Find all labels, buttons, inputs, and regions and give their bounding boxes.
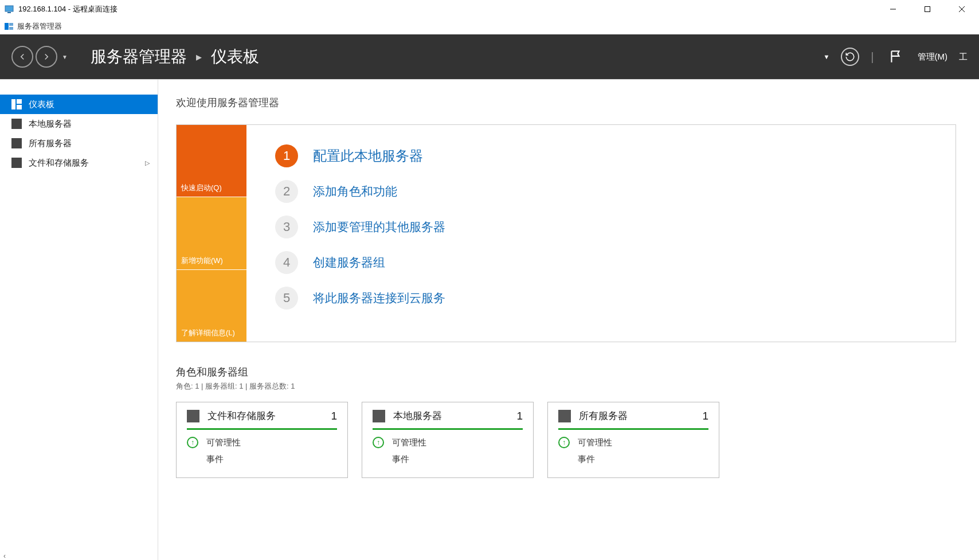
tile-local-server[interactable]: 本地服务器 1 可管理性 事件 bbox=[362, 402, 534, 478]
svg-rect-7 bbox=[9, 23, 13, 26]
body: 仪表板 本地服务器 所有服务器 文件和存储服务 ▷ 欢迎使用服务器管理器 快速启… bbox=[0, 79, 979, 560]
tile-row-label: 可管理性 bbox=[578, 437, 612, 448]
step-number: 4 bbox=[275, 251, 298, 274]
tile-row-label: 事件 bbox=[392, 454, 409, 465]
tile-row-label: 事件 bbox=[578, 454, 595, 465]
menu-manage[interactable]: 管理(M) bbox=[918, 52, 948, 62]
dashboard-icon bbox=[11, 99, 22, 109]
tile-row-manageability[interactable]: 可管理性 bbox=[187, 437, 337, 448]
tile-row-label: 可管理性 bbox=[392, 437, 426, 448]
tile-row-events[interactable]: 事件 bbox=[373, 454, 523, 465]
tile-count: 1 bbox=[516, 410, 523, 422]
tile-row-label: 可管理性 bbox=[206, 437, 241, 448]
tile-file-storage[interactable]: 文件和存储服务 1 可管理性 事件 bbox=[176, 402, 348, 478]
tile-count: 1 bbox=[702, 410, 708, 422]
quickstart-steps: 1 配置此本地服务器 2 添加角色和功能 3 添加要管理的其他服务器 4 创建服… bbox=[246, 125, 955, 342]
window-title: 192.168.1.104 - 远程桌面连接 bbox=[18, 4, 118, 14]
quickstart-tab-label: 了解详细信息(L) bbox=[181, 328, 235, 338]
quickstart-tab-label: 新增功能(W) bbox=[181, 256, 223, 266]
sidebar-item-all-servers[interactable]: 所有服务器 bbox=[0, 134, 158, 153]
breadcrumb-separator-icon: ▸ bbox=[196, 50, 202, 64]
rdp-titlebar: 192.168.1.104 - 远程桌面连接 bbox=[0, 0, 979, 18]
quickstart-tab-learnmore[interactable]: 了解详细信息(L) bbox=[177, 270, 246, 342]
breadcrumb: 服务器管理器 ▸ 仪表板 bbox=[91, 46, 259, 68]
maximize-button[interactable] bbox=[910, 0, 945, 18]
menu-tools[interactable]: 工 bbox=[959, 52, 968, 62]
server-manager-title: 服务器管理器 bbox=[17, 21, 62, 32]
svg-rect-9 bbox=[11, 99, 15, 109]
header-dropdown-icon[interactable]: ▼ bbox=[823, 53, 829, 60]
status-ok-icon bbox=[373, 437, 384, 448]
sidebar-item-label: 文件和存储服务 bbox=[29, 158, 89, 169]
tile-row-events[interactable]: 事件 bbox=[187, 454, 337, 465]
tile-count: 1 bbox=[331, 410, 337, 422]
window-controls bbox=[876, 0, 979, 18]
tile-row-manageability[interactable]: 可管理性 bbox=[373, 437, 523, 448]
svg-rect-10 bbox=[17, 99, 22, 104]
welcome-title: 欢迎使用服务器管理器 bbox=[176, 96, 956, 109]
status-ok-icon bbox=[558, 437, 570, 448]
tile-row-events[interactable]: 事件 bbox=[558, 454, 708, 465]
scroll-left-icon[interactable]: ‹ bbox=[3, 552, 6, 560]
sidebar-item-dashboard[interactable]: 仪表板 bbox=[0, 95, 158, 114]
svg-rect-11 bbox=[17, 105, 22, 109]
sidebar-item-label: 所有服务器 bbox=[29, 138, 72, 149]
svg-rect-1 bbox=[7, 12, 11, 13]
quickstart-step-4[interactable]: 4 创建服务器组 bbox=[275, 251, 927, 274]
roles-section-subtitle: 角色: 1 | 服务器组: 1 | 服务器总数: 1 bbox=[176, 381, 956, 391]
quickstart-step-2[interactable]: 2 添加角色和功能 bbox=[275, 180, 927, 203]
quickstart-step-1[interactable]: 1 配置此本地服务器 bbox=[275, 144, 927, 167]
tile-row-label: 事件 bbox=[206, 454, 224, 465]
step-number: 1 bbox=[275, 144, 298, 167]
quickstart-tab-whatsnew[interactable]: 新增功能(W) bbox=[177, 197, 246, 269]
sidebar-item-label: 仪表板 bbox=[29, 99, 54, 110]
back-button[interactable] bbox=[11, 46, 33, 68]
close-button[interactable] bbox=[945, 0, 979, 18]
tile-all-servers[interactable]: 所有服务器 1 可管理性 事件 bbox=[547, 402, 719, 478]
refresh-button[interactable] bbox=[841, 48, 859, 66]
minimize-button[interactable] bbox=[876, 0, 910, 18]
quickstart-tab-quick[interactable]: 快速启动(Q) bbox=[177, 125, 246, 197]
breadcrumb-current: 仪表板 bbox=[211, 46, 259, 68]
rdp-icon bbox=[5, 5, 14, 14]
header-right: ▼ | 管理(M) 工 bbox=[823, 46, 968, 67]
sidebar-item-local-server[interactable]: 本地服务器 bbox=[0, 114, 158, 134]
nav-buttons: ▼ bbox=[11, 46, 68, 68]
quickstart-step-3[interactable]: 3 添加要管理的其他服务器 bbox=[275, 216, 927, 238]
tile-row-manageability[interactable]: 可管理性 bbox=[558, 437, 708, 448]
nav-history-dropdown[interactable]: ▼ bbox=[62, 54, 68, 60]
breadcrumb-root[interactable]: 服务器管理器 bbox=[91, 46, 187, 68]
step-number: 2 bbox=[275, 180, 298, 203]
role-tiles: 文件和存储服务 1 可管理性 事件 bbox=[176, 402, 956, 478]
file-storage-icon bbox=[187, 410, 199, 422]
header-toolbar: ▼ 服务器管理器 ▸ 仪表板 ▼ | 管理(M) 工 bbox=[0, 34, 979, 79]
step-link: 添加要管理的其他服务器 bbox=[313, 219, 445, 235]
server-manager-titlebar: 服务器管理器 bbox=[0, 18, 979, 34]
sidebar-item-file-storage[interactable]: 文件和存储服务 ▷ bbox=[0, 153, 158, 173]
step-link: 将此服务器连接到云服务 bbox=[313, 290, 445, 306]
step-link: 创建服务器组 bbox=[313, 254, 385, 271]
quickstart-step-5[interactable]: 5 将此服务器连接到云服务 bbox=[275, 287, 927, 310]
server-icon bbox=[11, 119, 22, 129]
step-link: 添加角色和功能 bbox=[313, 183, 397, 199]
sidebar-item-label: 本地服务器 bbox=[29, 119, 72, 130]
svg-rect-0 bbox=[5, 6, 13, 11]
svg-rect-3 bbox=[925, 7, 930, 12]
server-icon bbox=[373, 410, 385, 422]
servers-icon bbox=[558, 410, 571, 422]
sidebar: 仪表板 本地服务器 所有服务器 文件和存储服务 ▷ bbox=[0, 80, 158, 560]
servers-icon bbox=[11, 138, 22, 148]
forward-button[interactable] bbox=[36, 46, 57, 68]
header-separator: | bbox=[871, 50, 874, 64]
tile-title: 所有服务器 bbox=[579, 409, 694, 422]
quickstart-panel: 快速启动(Q) 新增功能(W) 了解详细信息(L) 1 配置此本地服务器 2 添… bbox=[176, 124, 956, 342]
svg-rect-8 bbox=[9, 27, 13, 30]
roles-section-title: 角色和服务器组 bbox=[176, 365, 956, 379]
notifications-flag-icon[interactable] bbox=[886, 46, 906, 67]
tile-title: 文件和存储服务 bbox=[207, 409, 323, 422]
quickstart-tab-label: 快速启动(Q) bbox=[181, 183, 222, 193]
step-link: 配置此本地服务器 bbox=[313, 147, 423, 165]
step-number: 3 bbox=[275, 216, 298, 238]
server-manager-icon bbox=[5, 22, 14, 31]
status-ok-icon bbox=[187, 437, 198, 448]
